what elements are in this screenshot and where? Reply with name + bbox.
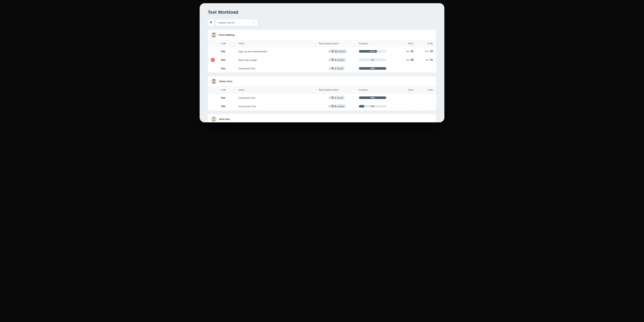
progress-label: 100% <box>359 67 386 70</box>
col-starts: Starts <box>391 88 414 91</box>
funnel-icon <box>210 21 212 24</box>
overdue-icon <box>211 58 214 62</box>
avatar <box>211 32 216 38</box>
col-code: Code <box>221 42 238 45</box>
row-name: Dashboard Test <box>238 67 307 70</box>
row-test-cases: 1 <box>307 67 330 70</box>
group-person-name: Chris Balding <box>219 34 234 36</box>
clock-icon <box>332 96 334 99</box>
row-ends: - <box>414 67 433 70</box>
progress-label: 20% <box>359 105 386 108</box>
row-code: TR5 <box>221 105 238 108</box>
duration-pill: 1 minute <box>330 66 344 70</box>
app-frame: Test Workload Feature Test #1 Chris Bald… <box>200 3 444 122</box>
row-starts: - <box>391 105 414 108</box>
col-progress: Progress <box>359 42 391 45</box>
group-person-name: John Doe <box>219 118 230 120</box>
row-starts: Jan 28 <box>391 58 414 62</box>
row-status-cell <box>211 58 221 62</box>
row-duration: 1 minute <box>330 96 359 100</box>
row-progress: 0% <box>359 58 391 61</box>
svg-rect-5 <box>332 51 333 51</box>
filter-button[interactable] <box>208 19 214 26</box>
group-header[interactable]: Janice Grey <box>208 76 436 86</box>
feature-select-value: Feature Test #1 <box>218 21 235 24</box>
col-code: Code <box>221 88 238 91</box>
group-person-name: Janice Grey <box>219 80 232 82</box>
progress-bar: 100% <box>359 67 386 70</box>
avatar <box>211 78 216 84</box>
group-header[interactable]: Chris Balding <box>208 30 436 40</box>
clock-icon <box>332 50 334 53</box>
row-duration: 1 minute <box>330 66 359 70</box>
progress-label: 100% <box>359 96 386 99</box>
row-code: TR4 <box>221 96 238 99</box>
row-starts: - <box>391 96 414 99</box>
table-row[interactable]: TR2 Sign-up and Authentication 9 12 minu… <box>208 47 436 56</box>
duration-pill: 9 minutes <box>330 104 346 108</box>
progress-bar: 100% <box>359 96 386 99</box>
row-name: Dashboard Test <box>238 96 307 99</box>
clock-icon <box>332 58 334 61</box>
col-starts: Starts <box>391 42 414 45</box>
row-starts: - <box>391 67 414 70</box>
clock-icon <box>332 105 334 108</box>
row-code: TR2 <box>221 50 238 53</box>
progress-bar: 66.7% <box>359 50 386 53</box>
col-test-cases: Test Cases <box>307 88 330 91</box>
row-ends: - <box>414 96 433 99</box>
row-ends: Jan 31 <box>414 58 433 62</box>
row-test-cases: 5 <box>307 105 330 108</box>
row-progress: 20% <box>359 105 391 108</box>
row-duration: 9 minutes <box>330 104 359 108</box>
progress-bar: 0% <box>359 58 386 61</box>
table-row[interactable]: TR4 Dashboard Test 1 1 minute 100% - - <box>208 94 436 102</box>
col-progress: Progress <box>359 88 391 91</box>
row-name: My Account Test <box>238 105 307 108</box>
row-duration: 12 minutes <box>330 50 359 53</box>
duration-pill: 3 minutes <box>330 58 346 62</box>
row-starts: Jan 22 <box>391 50 414 53</box>
row-ends: - <box>414 105 433 108</box>
svg-rect-11 <box>332 60 333 60</box>
col-duration: Duration <box>330 42 359 45</box>
avatar <box>211 116 216 122</box>
clock-icon <box>332 67 334 70</box>
row-code: TR3 <box>221 58 238 61</box>
row-code: TR4 <box>221 67 238 70</box>
chevron-down-icon <box>252 21 255 24</box>
row-name: Basic App Usage <box>238 58 307 61</box>
workload-group: John Doe <box>208 114 436 122</box>
row-test-cases: 3 <box>307 58 330 61</box>
svg-rect-14 <box>332 68 333 68</box>
col-ends: Ends <box>414 42 433 45</box>
row-progress: 66.7% <box>359 50 391 53</box>
progress-bar: 20% <box>359 105 386 108</box>
col-name: Name <box>238 88 307 91</box>
workload-group: Janice Grey Code Name Test Cases Duratio… <box>208 76 436 110</box>
col-ends: Ends <box>414 88 433 91</box>
progress-label: 0% <box>359 58 386 61</box>
duration-pill: 1 minute <box>330 96 344 100</box>
progress-label: 66.7% <box>359 50 386 53</box>
workload-group: Chris Balding Code Name Test Cases Durat… <box>208 30 436 73</box>
row-progress: 100% <box>359 67 391 70</box>
table-row[interactable]: TR3 Basic App Usage 3 3 minutes 0% Jan 2… <box>208 56 436 64</box>
toolbar: Feature Test #1 <box>208 19 436 26</box>
row-progress: 100% <box>359 96 391 99</box>
row-duration: 3 minutes <box>330 58 359 62</box>
col-name: Name <box>238 42 307 45</box>
table-header: Code Name Test Cases Duration Progress S… <box>208 86 436 94</box>
row-test-cases: 1 <box>307 96 330 99</box>
row-test-cases: 9 <box>307 50 330 53</box>
col-duration: Duration <box>330 88 359 91</box>
feature-select[interactable]: Feature Test #1 <box>216 19 258 26</box>
row-ends: Feb 15 <box>414 50 433 53</box>
table-row[interactable]: TR4 Dashboard Test 1 1 minute 100% - - <box>208 64 436 72</box>
group-header[interactable]: John Doe <box>208 114 436 122</box>
page-title: Test Workload <box>208 10 436 15</box>
row-name: Sign-up and Authentication <box>238 50 307 53</box>
table-row[interactable]: TR5 My Account Test 5 9 minutes 20% - <box>208 102 436 110</box>
duration-pill: 12 minutes <box>330 50 347 53</box>
col-test-cases: Test Cases <box>307 42 330 45</box>
